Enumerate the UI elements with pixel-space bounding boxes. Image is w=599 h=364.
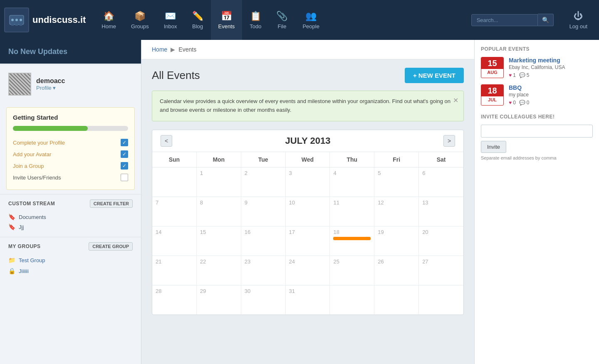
nav-inbox[interactable]: ✉️ Inbox xyxy=(156,0,185,40)
nav-people[interactable]: 👥 People xyxy=(295,0,327,40)
cal-cell-1[interactable]: 1 xyxy=(197,167,241,197)
info-banner-close[interactable]: ✕ xyxy=(453,95,458,106)
event-bar-18 xyxy=(333,237,371,240)
cal-cell-17[interactable]: 17 xyxy=(286,226,330,256)
event-date-badge-2: 18 JUL xyxy=(481,84,504,106)
stream-item-documents[interactable]: 🔖 Documents xyxy=(8,212,133,222)
my-groups-title: MY GROUPS xyxy=(8,243,41,249)
event-date-month-1: AUG xyxy=(481,69,503,76)
cal-cell-12[interactable]: 12 xyxy=(374,197,419,226)
cal-cell-19[interactable]: 19 xyxy=(374,226,419,256)
breadcrumb-home[interactable]: Home xyxy=(152,46,167,53)
stream-item-jjj-label: Jjj xyxy=(19,224,24,230)
cal-cell-3[interactable]: 3 xyxy=(286,167,330,197)
file-icon: 📎 xyxy=(276,11,287,22)
checklist-label-3[interactable]: Join a Group xyxy=(13,163,44,169)
event-location-1: Ebay Inc, California, USA xyxy=(509,64,593,70)
cal-cell-empty-3[interactable] xyxy=(374,285,419,315)
cal-cell-empty-2[interactable] xyxy=(330,285,374,315)
cal-week-1: 1 2 3 4 5 6 xyxy=(152,167,463,197)
cal-cell-9[interactable]: 9 xyxy=(241,197,286,226)
cal-cell-27[interactable]: 27 xyxy=(419,256,463,285)
cal-cell-7[interactable]: 7 xyxy=(152,197,197,226)
cal-cell-13[interactable]: 13 xyxy=(419,197,463,226)
todo-icon: 📋 xyxy=(250,11,261,22)
event-likes-1: ♥ 1 xyxy=(509,72,516,78)
cal-cell-5[interactable]: 5 xyxy=(374,167,419,197)
cal-cell-18[interactable]: 18 xyxy=(330,226,374,256)
nav-todo[interactable]: 📋 Todo xyxy=(242,0,269,40)
checkbox-3[interactable]: ✓ xyxy=(121,162,128,170)
cal-cell-30[interactable]: 30 xyxy=(241,285,286,315)
cal-cell-6[interactable]: 6 xyxy=(419,167,463,197)
cal-cell-8[interactable]: 8 xyxy=(197,197,241,226)
progress-bar-fill xyxy=(13,126,88,131)
cal-cell-24[interactable]: 24 xyxy=(286,256,330,285)
event-title-2[interactable]: BBQ xyxy=(509,84,593,91)
cal-cell-21[interactable]: 21 xyxy=(152,256,197,285)
page-title: All Events xyxy=(152,69,200,82)
event-date-num-2: 18 xyxy=(481,85,503,96)
group-item-test[interactable]: 📁 Test Group xyxy=(8,255,133,266)
new-event-button[interactable]: + NEW EVENT xyxy=(405,68,464,83)
cal-week-3: 14 15 16 17 18 19 20 xyxy=(152,226,463,256)
nav-blog[interactable]: ✏️ Blog xyxy=(185,0,211,40)
checklist-label-1[interactable]: Complete your Profile xyxy=(13,140,65,146)
cal-cell-2[interactable]: 2 xyxy=(241,167,286,197)
checkbox-4[interactable] xyxy=(121,174,128,181)
cal-cell-14[interactable]: 14 xyxy=(152,226,197,256)
content-area: All Events + NEW EVENT Calendar view pro… xyxy=(141,59,474,323)
invite-email-input[interactable] xyxy=(481,125,593,138)
event-title-1[interactable]: Marketing meeting xyxy=(509,57,593,64)
groups-icon: 📦 xyxy=(134,11,146,22)
cal-cell-10[interactable]: 10 xyxy=(286,197,330,226)
cal-cell-20[interactable]: 20 xyxy=(419,226,463,256)
event-reactions-1: ♥ 1 💬 5 xyxy=(509,72,593,78)
profile-link[interactable]: Profile ▾ xyxy=(36,85,65,91)
checklist-label-4[interactable]: Invite Users/Friends xyxy=(13,175,61,181)
nav-home[interactable]: 🏠 Home xyxy=(94,0,124,40)
home-icon: 🏠 xyxy=(103,11,114,22)
event-info-2: BBQ my place ♥ 0 💬 0 xyxy=(509,84,593,106)
calendar-next-button[interactable]: > xyxy=(443,135,455,147)
cal-cell-25[interactable]: 25 xyxy=(330,256,374,285)
cal-cell-empty-1[interactable] xyxy=(152,167,197,197)
checkbox-1[interactable]: ✓ xyxy=(121,139,128,146)
cal-cell-28[interactable]: 28 xyxy=(152,285,197,315)
nav-events[interactable]: 📅 Events xyxy=(211,0,243,40)
cal-cell-empty-4[interactable] xyxy=(419,285,463,315)
nav-groups[interactable]: 📦 Groups xyxy=(124,0,156,40)
create-group-button[interactable]: CREATE GROUP xyxy=(89,242,133,251)
cal-cell-29[interactable]: 29 xyxy=(197,285,241,315)
stream-item-jjj[interactable]: 🔖 Jjj xyxy=(8,222,133,232)
nav-file[interactable]: 📎 File xyxy=(269,0,295,40)
checkbox-2[interactable]: ✓ xyxy=(121,150,128,158)
group-item-jiiiiii[interactable]: 🔒 Jiiiiii xyxy=(8,266,133,276)
calendar-prev-button[interactable]: < xyxy=(161,135,172,147)
event-reactions-2: ♥ 0 💬 0 xyxy=(509,100,593,106)
cal-cell-15[interactable]: 15 xyxy=(197,226,241,256)
cal-cell-31[interactable]: 31 xyxy=(286,285,330,315)
cal-cell-23[interactable]: 23 xyxy=(241,256,286,285)
bookmark-icon-documents: 🔖 xyxy=(8,214,15,220)
cal-cell-26[interactable]: 26 xyxy=(374,256,419,285)
cal-week-4: 21 22 23 24 25 26 27 xyxy=(152,256,463,285)
cal-day-tue: Tue xyxy=(241,152,286,167)
cal-cell-11[interactable]: 11 xyxy=(330,197,374,226)
checklist-label-2[interactable]: Add your Avatar xyxy=(13,151,51,157)
cal-cell-4[interactable]: 4 xyxy=(330,167,374,197)
cal-cell-16[interactable]: 16 xyxy=(241,226,286,256)
main-content: Home ▶ Events All Events + NEW EVENT Cal… xyxy=(141,40,474,364)
create-filter-button[interactable]: CREATE FILTER xyxy=(90,199,133,208)
custom-stream-header: CUSTOM STREAM CREATE FILTER xyxy=(8,199,133,208)
invite-button[interactable]: Invite xyxy=(481,141,506,153)
profile-section: demoacc Profile ▾ xyxy=(0,65,141,103)
cal-cell-22[interactable]: 22 xyxy=(197,256,241,285)
custom-stream-title: CUSTOM STREAM xyxy=(8,201,55,207)
search-button[interactable]: 🔍 xyxy=(538,14,554,26)
event-likes-count-1: 1 xyxy=(513,72,516,78)
main-container: No New Updates demoacc Profile ▾ Getting… xyxy=(0,40,599,364)
search-input[interactable] xyxy=(471,14,538,26)
my-groups-header: MY GROUPS CREATE GROUP xyxy=(8,242,133,251)
logout-area[interactable]: ⏻ Log out xyxy=(562,7,595,34)
